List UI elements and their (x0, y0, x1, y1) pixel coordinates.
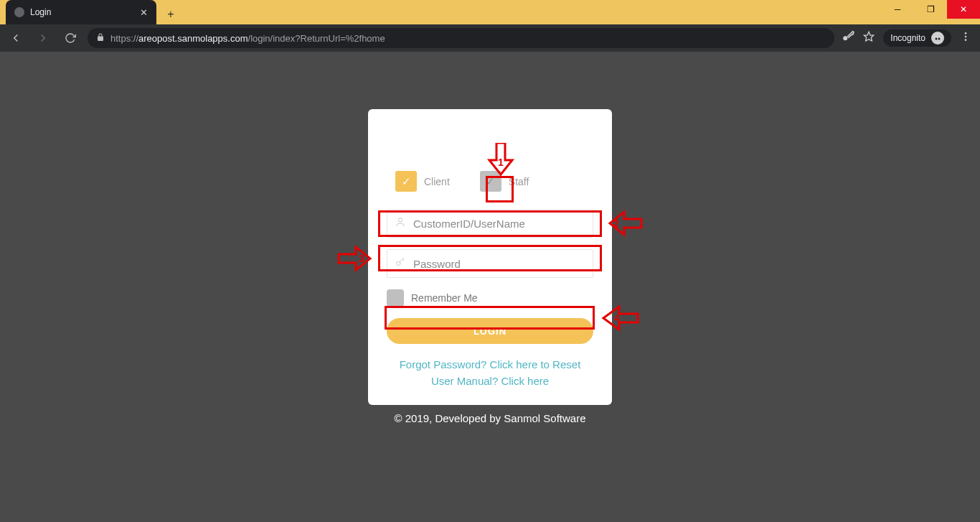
incognito-indicator[interactable]: Incognito (883, 29, 951, 47)
remember-label: Remember Me (411, 292, 478, 304)
forward-button[interactable] (33, 28, 53, 48)
menu-icon[interactable] (960, 31, 971, 45)
new-tab-button[interactable]: + (161, 4, 181, 24)
username-input[interactable] (413, 218, 585, 230)
svg-point-0 (844, 36, 848, 40)
svg-point-5 (965, 36, 967, 38)
window-minimize-button[interactable]: ─ (881, 0, 914, 19)
window-close-button[interactable]: ✕ (947, 0, 980, 19)
svg-point-6 (965, 39, 967, 41)
svg-point-7 (398, 218, 402, 222)
incognito-icon (931, 32, 944, 45)
password-input[interactable] (413, 258, 585, 270)
toolbar-right: Incognito (842, 29, 974, 47)
bookmark-star-icon[interactable] (863, 31, 875, 45)
window-maximize-button[interactable]: ❐ (914, 0, 947, 19)
staff-label: Staff (509, 176, 529, 187)
window-controls: ─ ❐ ✕ (881, 0, 980, 24)
username-field[interactable] (387, 209, 593, 238)
tab-close-icon[interactable]: ✕ (140, 7, 148, 18)
login-card: ✓ Client ✓ Staff Remember Me LOGIN Forgo… (368, 109, 612, 405)
key-icon[interactable] (842, 30, 854, 46)
tab-favicon (14, 7, 24, 17)
user-manual-link[interactable]: User Manual? Click here (387, 373, 593, 390)
back-button[interactable] (6, 28, 26, 48)
svg-point-3 (938, 38, 941, 40)
client-label: Client (424, 176, 450, 187)
footer-text: © 2019, Developed by Sanmol Software (0, 412, 980, 424)
password-field[interactable] (387, 249, 593, 278)
svg-point-4 (965, 32, 967, 34)
page-content: ✓ Client ✓ Staff Remember Me LOGIN Forgo… (0, 52, 980, 522)
user-icon (395, 216, 406, 230)
annotation-number-3: 3 (359, 253, 364, 264)
lock-icon (96, 33, 105, 44)
login-type-row: ✓ Client ✓ Staff (387, 171, 593, 192)
key-field-icon (395, 256, 406, 271)
reload-button[interactable] (60, 28, 80, 48)
svg-marker-1 (864, 32, 874, 41)
address-bar[interactable]: https://areopost.sanmolapps.com/login/in… (88, 28, 834, 48)
remember-row: Remember Me (387, 289, 593, 307)
remember-checkbox[interactable] (387, 289, 404, 307)
login-links: Forgot Password? Click here to Reset Use… (387, 357, 593, 389)
staff-checkbox[interactable]: ✓ (480, 171, 501, 192)
tab-title: Login (30, 7, 51, 17)
forgot-password-link[interactable]: Forgot Password? Click here to Reset (387, 357, 593, 373)
browser-toolbar: https://areopost.sanmolapps.com/login/in… (0, 24, 980, 52)
client-checkbox[interactable]: ✓ (395, 171, 417, 192)
url-text: https://areopost.sanmolapps.com/login/in… (110, 33, 385, 44)
window-titlebar: Login ✕ + ─ ❐ ✕ (0, 0, 980, 24)
svg-point-2 (936, 38, 938, 40)
incognito-label: Incognito (890, 33, 925, 43)
login-button[interactable]: LOGIN (387, 318, 593, 344)
browser-tab[interactable]: Login ✕ (6, 0, 156, 24)
annotation-number-4: 4 (614, 312, 620, 324)
annotation-number-2: 2 (613, 218, 619, 229)
svg-point-8 (397, 261, 400, 265)
